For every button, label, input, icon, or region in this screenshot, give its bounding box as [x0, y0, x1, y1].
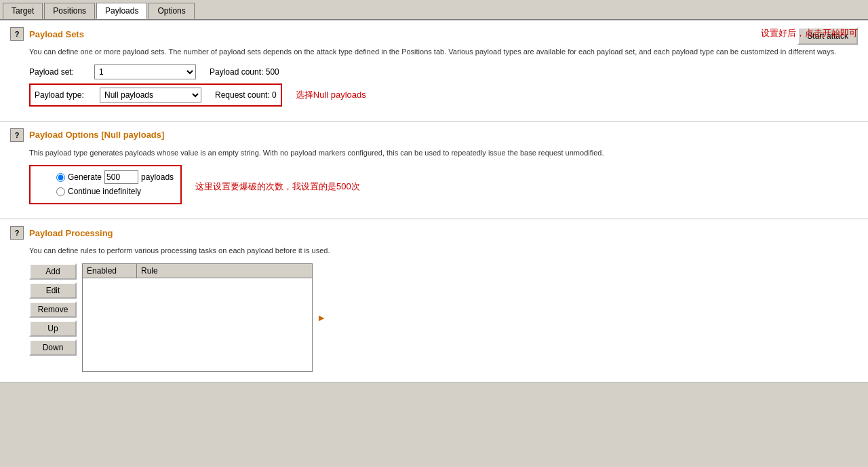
- up-button[interactable]: Up: [29, 320, 77, 337]
- content-area: Start attack 设置好后，点击开始即可 ? Payload Sets …: [0, 20, 868, 383]
- tab-target[interactable]: Target: [3, 3, 43, 19]
- payload-set-select[interactable]: 1: [94, 64, 196, 79]
- generate-count-input[interactable]: 500: [104, 170, 138, 184]
- tab-positions[interactable]: Positions: [44, 3, 95, 19]
- payload-sets-help-button[interactable]: ?: [10, 27, 24, 41]
- arrow-indicator: ►: [317, 312, 326, 323]
- processing-buttons: Add Edit Remove Up Down: [29, 263, 77, 372]
- annotation-type: 选择Null payloads: [296, 89, 366, 101]
- payload-options-header: ? Payload Options [Null payloads]: [10, 128, 858, 142]
- payload-type-box: Payload type: Null payloads Request coun…: [29, 83, 282, 107]
- annotation-start: 设置好后，点击开始即可: [761, 27, 858, 39]
- payload-processing-title: Payload Processing: [29, 228, 113, 238]
- payload-set-label: Payload set:: [29, 67, 90, 77]
- payload-processing-help-button[interactable]: ?: [10, 226, 24, 240]
- payload-type-select[interactable]: Null payloads: [100, 88, 201, 102]
- continue-label: Continue indefinitely: [68, 187, 141, 196]
- generate-radio-row: Generate 500 payloads: [56, 170, 174, 184]
- payloads-label: payloads: [141, 172, 174, 182]
- payload-set-row: Payload set: 1 Payload count: 500: [29, 64, 858, 79]
- payload-processing-section: ? Payload Processing You can define rule…: [0, 219, 868, 383]
- payload-options-help-button[interactable]: ?: [10, 128, 24, 142]
- annotation-generate: 这里设置要爆破的次数，我设置的是500次: [195, 181, 360, 193]
- payload-count-info: Payload count: 500: [210, 67, 279, 77]
- payload-options-title: Payload Options [Null payloads]: [29, 130, 164, 140]
- payload-processing-description: You can define rules to perform various …: [29, 245, 858, 257]
- request-count-info: Request count: 0: [215, 90, 277, 100]
- continue-radio[interactable]: [56, 187, 65, 196]
- remove-button[interactable]: Remove: [29, 301, 77, 318]
- payload-type-row: Payload type: Null payloads Request coun…: [29, 83, 858, 107]
- continue-radio-row: Continue indefinitely: [56, 187, 174, 196]
- payload-processing-header: ? Payload Processing: [10, 226, 858, 240]
- payload-options-description: This payload type generates payloads who…: [29, 147, 858, 159]
- payload-sets-description: You can define one or more payload sets.…: [29, 46, 858, 58]
- payload-options-section: ? Payload Options [Null payloads] This p…: [0, 122, 868, 220]
- processing-table-container: Add Edit Remove Up Down Enabled Rule ►: [29, 263, 858, 372]
- col-rule: Rule: [137, 264, 312, 278]
- payload-sets-header: ? Payload Sets: [10, 27, 858, 41]
- radio-group: Generate 500 payloads Continue indefinit…: [56, 170, 174, 199]
- generate-label: Generate: [68, 172, 102, 182]
- col-enabled: Enabled: [83, 264, 137, 278]
- tab-payloads[interactable]: Payloads: [96, 3, 147, 19]
- generate-radio[interactable]: [56, 173, 65, 182]
- tab-options[interactable]: Options: [149, 3, 194, 19]
- table-wrapper: Enabled Rule ►: [82, 263, 313, 372]
- payload-type-label: Payload type:: [35, 90, 96, 100]
- processing-table: Enabled Rule: [82, 263, 313, 372]
- edit-button[interactable]: Edit: [29, 282, 77, 299]
- add-button[interactable]: Add: [29, 263, 77, 280]
- table-body: [83, 278, 312, 367]
- payload-sets-title: Payload Sets: [29, 29, 84, 39]
- down-button[interactable]: Down: [29, 339, 77, 356]
- table-header: Enabled Rule: [83, 264, 312, 278]
- generate-row-wrapper: Generate 500 payloads Continue indefinit…: [10, 165, 858, 208]
- tab-bar: Target Positions Payloads Options: [0, 0, 868, 20]
- payload-sets-section: Start attack 设置好后，点击开始即可 ? Payload Sets …: [0, 20, 868, 122]
- generate-options-box: Generate 500 payloads Continue indefinit…: [29, 165, 182, 204]
